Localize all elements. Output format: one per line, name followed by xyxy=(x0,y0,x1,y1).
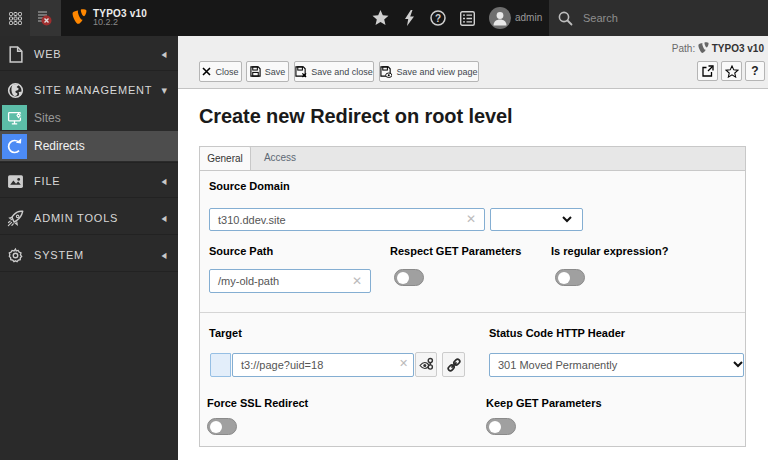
svg-text:?: ? xyxy=(435,13,441,24)
